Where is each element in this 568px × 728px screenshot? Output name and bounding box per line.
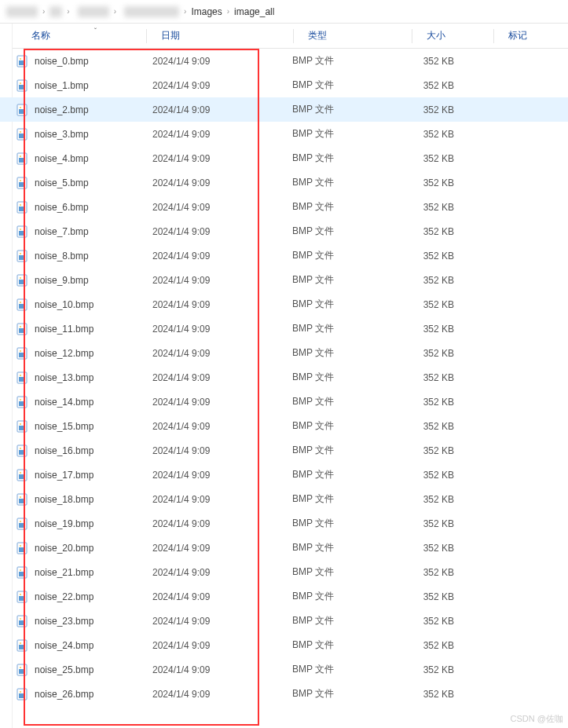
file-date: 2024/1/4 9:09 bbox=[152, 567, 292, 578]
svg-point-20 bbox=[20, 204, 21, 206]
file-size: 352 KB bbox=[402, 689, 473, 700]
file-size: 352 KB bbox=[402, 177, 473, 188]
breadcrumb-item-images[interactable]: Images bbox=[191, 6, 222, 17]
file-row[interactable]: noise_2.bmp 2024/1/4 9:09 BMP 文件 352 KB bbox=[0, 97, 568, 122]
file-size: 352 KB bbox=[402, 80, 473, 91]
file-icon-cell bbox=[16, 250, 31, 262]
file-name: noise_22.bmp bbox=[31, 591, 152, 602]
file-size: 352 KB bbox=[402, 275, 473, 286]
file-name: noise_25.bmp bbox=[31, 664, 152, 675]
file-type: BMP 文件 bbox=[292, 492, 402, 506]
file-icon-cell bbox=[16, 591, 31, 603]
svg-rect-76 bbox=[19, 669, 25, 674]
file-row[interactable]: noise_5.bmp 2024/1/4 9:09 BMP 文件 352 KB bbox=[0, 170, 568, 195]
bmp-file-icon bbox=[16, 128, 28, 141]
file-row[interactable]: noise_17.bmp 2024/1/4 9:09 BMP 文件 352 KB bbox=[0, 463, 568, 487]
file-type: BMP 文件 bbox=[292, 590, 402, 603]
file-row[interactable]: noise_7.bmp 2024/1/4 9:09 BMP 文件 352 KB bbox=[0, 219, 568, 243]
file-row[interactable]: noise_26.bmp 2024/1/4 9:09 BMP 文件 352 KB bbox=[0, 682, 568, 706]
breadcrumb-blurred-segment bbox=[124, 6, 179, 17]
file-type: BMP 文件 bbox=[292, 346, 402, 360]
file-size: 352 KB bbox=[402, 421, 473, 432]
file-row[interactable]: noise_19.bmp 2024/1/4 9:09 BMP 文件 352 KB bbox=[0, 511, 568, 536]
file-row[interactable]: noise_15.bmp 2024/1/4 9:09 BMP 文件 352 KB bbox=[0, 414, 568, 438]
file-row[interactable]: noise_8.bmp 2024/1/4 9:09 BMP 文件 352 KB bbox=[0, 243, 568, 268]
file-date: 2024/1/4 9:09 bbox=[152, 689, 292, 700]
file-row[interactable]: noise_6.bmp 2024/1/4 9:09 BMP 文件 352 KB bbox=[0, 195, 568, 219]
file-size: 352 KB bbox=[402, 543, 473, 554]
file-row[interactable]: noise_18.bmp 2024/1/4 9:09 BMP 文件 352 KB bbox=[0, 487, 568, 511]
file-date: 2024/1/4 9:09 bbox=[152, 56, 292, 67]
file-icon-cell bbox=[16, 371, 31, 384]
file-row[interactable]: noise_23.bmp 2024/1/4 9:09 BMP 文件 352 KB bbox=[0, 609, 568, 633]
bmp-file-icon bbox=[16, 591, 28, 603]
file-name: noise_14.bmp bbox=[31, 397, 152, 408]
bmp-file-icon bbox=[16, 177, 28, 189]
header-name-label: 名称 bbox=[31, 30, 50, 41]
file-name: noise_21.bmp bbox=[31, 567, 152, 578]
file-row[interactable]: noise_0.bmp 2024/1/4 9:09 BMP 文件 352 KB bbox=[0, 49, 568, 73]
svg-rect-64 bbox=[19, 572, 25, 576]
svg-point-62 bbox=[20, 545, 21, 547]
svg-rect-10 bbox=[19, 134, 25, 138]
bmp-file-icon bbox=[16, 55, 28, 68]
file-list[interactable]: noise_0.bmp 2024/1/4 9:09 BMP 文件 352 KB … bbox=[0, 49, 568, 706]
file-row[interactable]: noise_12.bmp 2024/1/4 9:09 BMP 文件 352 KB bbox=[0, 341, 568, 365]
chevron-right-icon: › bbox=[42, 7, 45, 16]
file-row[interactable]: noise_1.bmp 2024/1/4 9:09 BMP 文件 352 KB bbox=[0, 73, 568, 97]
file-icon-cell bbox=[16, 225, 31, 238]
file-size: 352 KB bbox=[402, 470, 473, 481]
file-row[interactable]: noise_14.bmp 2024/1/4 9:09 BMP 文件 352 KB bbox=[0, 390, 568, 414]
file-row[interactable]: noise_21.bmp 2024/1/4 9:09 BMP 文件 352 KB bbox=[0, 560, 568, 584]
file-type: BMP 文件 bbox=[292, 176, 402, 189]
svg-rect-43 bbox=[19, 401, 25, 406]
file-row[interactable]: noise_25.bmp 2024/1/4 9:09 BMP 文件 352 KB bbox=[0, 657, 568, 682]
file-row[interactable]: noise_22.bmp 2024/1/4 9:09 BMP 文件 352 KB bbox=[0, 584, 568, 609]
header-size[interactable]: 大小 bbox=[427, 29, 493, 42]
bmp-file-icon bbox=[16, 298, 28, 311]
file-name: noise_2.bmp bbox=[31, 104, 152, 115]
svg-point-2 bbox=[20, 58, 21, 60]
svg-point-26 bbox=[20, 253, 21, 254]
svg-rect-34 bbox=[19, 328, 25, 333]
file-size: 352 KB bbox=[402, 226, 473, 237]
header-date[interactable]: 日期 bbox=[161, 29, 293, 42]
file-type: BMP 文件 bbox=[292, 225, 402, 238]
bmp-file-icon bbox=[16, 688, 28, 701]
file-row[interactable]: noise_24.bmp 2024/1/4 9:09 BMP 文件 352 KB bbox=[0, 633, 568, 657]
file-date: 2024/1/4 9:09 bbox=[152, 251, 292, 262]
file-size: 352 KB bbox=[402, 202, 473, 213]
file-row[interactable]: noise_11.bmp 2024/1/4 9:09 BMP 文件 352 KB bbox=[0, 316, 568, 341]
file-row[interactable]: noise_4.bmp 2024/1/4 9:09 BMP 文件 352 KB bbox=[0, 146, 568, 170]
file-name: noise_0.bmp bbox=[31, 56, 152, 67]
file-size: 352 KB bbox=[402, 664, 473, 675]
file-name: noise_19.bmp bbox=[31, 518, 152, 529]
header-tag[interactable]: 标记 bbox=[508, 29, 568, 42]
file-row[interactable]: noise_20.bmp 2024/1/4 9:09 BMP 文件 352 KB bbox=[0, 536, 568, 560]
file-size: 352 KB bbox=[402, 251, 473, 262]
breadcrumb-item-image-all[interactable]: image_all bbox=[234, 6, 274, 17]
header-name[interactable]: 名称 ˇ bbox=[31, 29, 146, 42]
file-type: BMP 文件 bbox=[292, 298, 402, 311]
header-separator bbox=[412, 29, 412, 43]
file-row[interactable]: noise_16.bmp 2024/1/4 9:09 BMP 文件 352 KB bbox=[0, 438, 568, 463]
file-type: BMP 文件 bbox=[292, 127, 402, 141]
breadcrumb-bar[interactable]: › › › › Images › image_all bbox=[0, 0, 568, 24]
file-icon-cell bbox=[16, 420, 31, 433]
svg-point-14 bbox=[20, 155, 21, 157]
svg-point-35 bbox=[20, 326, 21, 327]
file-row[interactable]: noise_10.bmp 2024/1/4 9:09 BMP 文件 352 KB bbox=[0, 292, 568, 316]
svg-point-23 bbox=[20, 229, 21, 230]
file-row[interactable]: noise_9.bmp 2024/1/4 9:09 BMP 文件 352 KB bbox=[0, 268, 568, 292]
file-name: noise_23.bmp bbox=[31, 616, 152, 627]
svg-rect-40 bbox=[19, 377, 25, 382]
file-date: 2024/1/4 9:09 bbox=[152, 494, 292, 505]
svg-point-38 bbox=[20, 350, 21, 352]
bmp-file-icon bbox=[16, 542, 28, 554]
file-name: noise_13.bmp bbox=[31, 372, 152, 383]
svg-rect-46 bbox=[19, 426, 25, 430]
file-row[interactable]: noise_3.bmp 2024/1/4 9:09 BMP 文件 352 KB bbox=[0, 122, 568, 146]
file-size: 352 KB bbox=[402, 56, 473, 67]
file-row[interactable]: noise_13.bmp 2024/1/4 9:09 BMP 文件 352 KB bbox=[0, 365, 568, 390]
header-type[interactable]: 类型 bbox=[308, 29, 412, 42]
